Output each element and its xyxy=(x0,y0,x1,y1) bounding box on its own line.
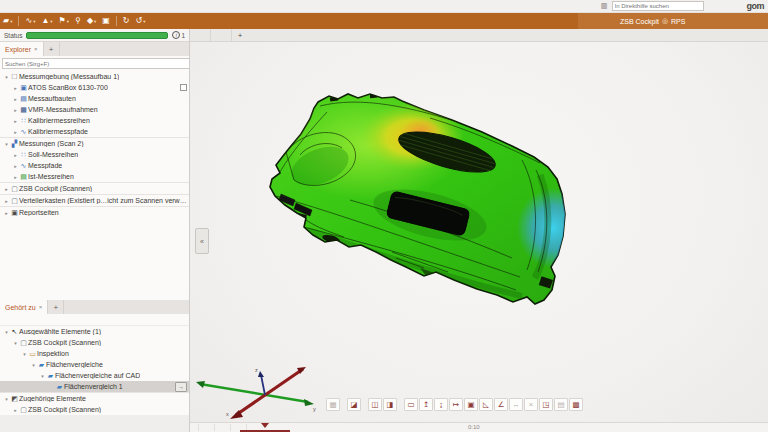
ruler-icon[interactable]: ◺ xyxy=(479,398,493,411)
select-element-icon[interactable]: ◫ xyxy=(368,398,382,411)
close-clip-icon[interactable]: × xyxy=(524,398,538,411)
expander-icon[interactable]: ▾ xyxy=(3,74,10,80)
tree-item[interactable]: ▾ ◩ Zugehörige Elemente xyxy=(0,392,189,404)
expander-icon[interactable]: ▾ xyxy=(30,362,37,368)
timeline-marker[interactable] xyxy=(261,423,269,428)
dropdown-caret-icon[interactable]: ▾ xyxy=(94,19,96,24)
flag-icon[interactable]: ⚑ ▾ xyxy=(56,13,72,29)
expander-icon[interactable]: ▾ xyxy=(12,340,19,346)
model-3d[interactable]: z y x xyxy=(190,42,768,432)
align-right-icon[interactable]: ↦ xyxy=(449,398,463,411)
expander-icon[interactable]: ▸ xyxy=(3,198,10,204)
tree-item[interactable]: ▸ ▢ ZSB Cockpit (Scannen) xyxy=(0,182,189,194)
edit-stage-icon[interactable]: ◪ xyxy=(347,398,361,411)
explorer-tree: ▾ ☐ Messumgebung (Messaufbau 1) ▸ ▣ ATOS… xyxy=(0,71,189,218)
expander-icon[interactable]: ▾ xyxy=(21,351,28,357)
tree-item[interactable]: ▸ ▦ VMR-Messaufnahmen xyxy=(0,104,189,115)
panel-collapse-button[interactable]: « xyxy=(195,228,209,254)
tab-explorer[interactable]: Explorer × xyxy=(0,42,44,56)
expander-icon[interactable]: ▸ xyxy=(12,163,19,169)
tree-item[interactable]: ▸ ▢ Verteilerkasten (Existiert p…icht zu… xyxy=(0,194,189,206)
separator[interactable] xyxy=(18,16,19,26)
add-panel-tab-button[interactable]: + xyxy=(48,300,64,314)
stage-range-icon[interactable]: ▦ xyxy=(326,398,340,411)
add-view-tab-button[interactable]: + xyxy=(232,29,248,41)
tree-item[interactable]: ▾ ▰ Flächenvergleiche xyxy=(0,359,189,370)
expander-icon[interactable]: ▾ xyxy=(3,329,10,335)
report-page-icon[interactable]: ▤ xyxy=(554,398,568,411)
tree-item[interactable]: ▰ Flächenvergleich 1 → xyxy=(0,381,189,392)
viewport-tab[interactable] xyxy=(211,29,232,41)
recalculate-all-icon[interactable]: ↺ ▾ xyxy=(133,13,149,29)
zoom-window-icon[interactable]: ▣ xyxy=(464,398,478,411)
recalculate-icon[interactable]: ↻ xyxy=(120,13,133,29)
angle-icon[interactable]: ∠ xyxy=(494,398,508,411)
tab-belongs-to[interactable]: Gehört zu × xyxy=(0,300,48,314)
tree-item[interactable]: ▸ ∷ Kalibriermessreihen xyxy=(0,115,189,126)
tree-item[interactable]: ▸ ∿ Kalibriermesspfade xyxy=(0,126,189,137)
dropdown-caret-icon[interactable]: ▾ xyxy=(10,19,12,24)
tree-item[interactable]: ▸ ▣ Reportseiten xyxy=(0,206,189,218)
expander-icon[interactable]: ▸ xyxy=(12,107,19,113)
tree-item[interactable]: ▾ ☐ Messumgebung (Messaufbau 1) xyxy=(0,71,189,82)
expander-icon[interactable]: ▾ xyxy=(39,373,46,379)
row-action-button[interactable]: → xyxy=(175,382,187,392)
tree-item[interactable]: ▸ ∷ Soll-Messreihen xyxy=(0,149,189,160)
chart-icon[interactable]: ▲ ▾ xyxy=(38,13,55,29)
expander-icon[interactable]: ▸ xyxy=(12,174,19,180)
tree-item[interactable]: ▸ ▤ Messaufbauten xyxy=(0,93,189,104)
search-icon[interactable]: ⚲ xyxy=(72,13,84,29)
expander-icon[interactable]: ▸ xyxy=(12,85,19,91)
stage-timeline[interactable]: 0:10 xyxy=(190,422,768,432)
align-top-icon[interactable]: ↥ xyxy=(419,398,433,411)
visibility-checkbox[interactable] xyxy=(180,84,187,91)
tree-item-icon: ∿ xyxy=(19,160,28,171)
copy-image-icon[interactable]: ◳ xyxy=(539,398,553,411)
stage-info[interactable]: i 1 xyxy=(172,31,189,39)
close-icon[interactable]: × xyxy=(34,46,38,52)
tree-item[interactable]: ▾ ↖ Ausgewählte Elemente (1) xyxy=(0,326,189,337)
volume-icon[interactable]: ◨ xyxy=(383,398,397,411)
dropdown-caret-icon[interactable]: ▾ xyxy=(33,19,35,24)
viewport-3d[interactable]: z y x « ▦◪◫◨▭↥↨↦▣◺∠↔×◳▤▩ 0:10 xyxy=(190,42,768,432)
maximize-icon[interactable]: ↔ xyxy=(509,398,523,411)
tree-item[interactable]: ▸ ▢ ZSB Cockpit (Scannen) xyxy=(0,404,189,415)
tree-item-icon: ▢ xyxy=(19,404,28,415)
tree-item[interactable]: ▸ ▣ ATOS ScanBox 6130-700 xyxy=(0,82,189,93)
tree-item[interactable]: ▸ ▤ Ist-Messreihen xyxy=(0,171,189,182)
expander-icon[interactable]: ▸ xyxy=(12,118,19,124)
tree-search-input[interactable] xyxy=(2,58,189,69)
close-icon[interactable]: × xyxy=(39,304,43,310)
expander-icon[interactable]: ▸ xyxy=(12,96,19,102)
snapshot-icon[interactable]: ▣ xyxy=(99,13,113,29)
tree-item-icon: ▢ xyxy=(10,183,19,194)
tree-item[interactable]: ▾ ▢ ZSB Cockpit (Scannen) xyxy=(0,337,189,348)
tree-item[interactable]: ▾ ▞ Messungen (Scan 2) xyxy=(0,137,189,149)
orientation-axes[interactable]: z y x xyxy=(196,367,316,419)
expander-icon[interactable]: ▾ xyxy=(3,141,10,147)
expander-icon[interactable]: ▸ xyxy=(3,210,10,216)
dropdown-caret-icon[interactable]: ▾ xyxy=(143,19,145,24)
color-legend-icon[interactable]: ▩ xyxy=(569,398,583,411)
selection-box-icon[interactable]: ▰ ▾ xyxy=(0,13,15,29)
expander-icon[interactable]: ▸ xyxy=(3,186,10,192)
viewport-tab[interactable] xyxy=(190,29,211,41)
dropdown-caret-icon[interactable]: ▾ xyxy=(50,19,52,24)
tree-item[interactable]: ▸ ∿ Messpfade xyxy=(0,160,189,171)
fit-view-icon[interactable]: ▭ xyxy=(404,398,418,411)
separator[interactable] xyxy=(116,16,117,26)
add-panel-tab-button[interactable]: + xyxy=(44,42,60,56)
primitive-icon[interactable]: ◆ ▾ xyxy=(84,13,99,29)
expander-icon[interactable]: ▸ xyxy=(12,407,19,413)
dropdown-caret-icon[interactable]: ▾ xyxy=(67,19,69,24)
expander-icon[interactable]: ▸ xyxy=(12,129,19,135)
tree-item[interactable]: ▾ ▭ Inspektion xyxy=(0,348,189,359)
help-search-input[interactable] xyxy=(612,1,704,11)
tree-item[interactable]: ▾ ▰ Flächenvergleiche auf CAD xyxy=(0,370,189,381)
expander-icon[interactable]: ▾ xyxy=(3,396,10,402)
screen-icon[interactable]: ▥ xyxy=(600,2,609,10)
align-vertical-icon[interactable]: ↨ xyxy=(434,398,448,411)
expander-icon[interactable]: ▸ xyxy=(12,152,19,158)
section-curve-icon[interactable]: ∿ ▾ xyxy=(22,13,38,29)
belongs-tree: ▾ ↖ Ausgewählte Elemente (1) ▾ ▢ ZSB Coc… xyxy=(0,326,189,426)
